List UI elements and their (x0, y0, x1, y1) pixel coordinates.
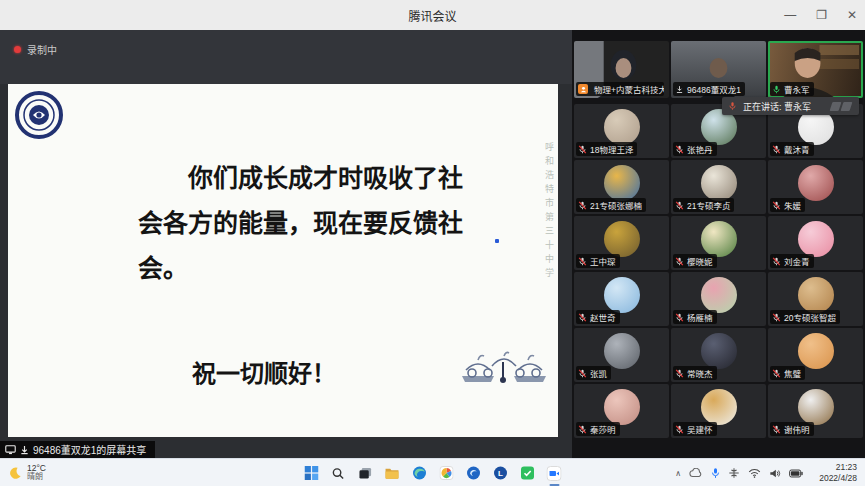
avatar (604, 333, 640, 369)
weather-condition: 晴朗 (27, 473, 46, 482)
file-explorer-icon[interactable] (383, 464, 401, 482)
moon-weather-icon (8, 466, 22, 480)
participant-tile[interactable]: 樱晓妮 (671, 216, 766, 270)
photos-app-icon[interactable] (437, 464, 455, 482)
slide-line-3: 会。 (138, 246, 506, 291)
mic-muted-icon (772, 145, 781, 154)
participant-name: 常晓杰 (687, 367, 713, 379)
mic-muted-icon (772, 313, 781, 322)
clock-time: 21:23 (836, 462, 857, 473)
participant-tile[interactable]: 王中琛 (574, 216, 669, 270)
close-button[interactable]: ✕ (847, 9, 857, 21)
edge-blue-app-icon[interactable] (464, 464, 482, 482)
search-icon[interactable] (329, 464, 347, 482)
share-banner-label: 96486董双龙1的屏幕共享 (33, 442, 146, 457)
slide-line-2: 会各方的能量，现在要反馈社 (138, 201, 506, 246)
participant-name: 20专硕张智超 (784, 311, 836, 323)
participant-tile[interactable]: 21专硕张娜楠 (574, 160, 669, 214)
audio-share-icon (20, 445, 29, 455)
video-row: 物理+内蒙古科技大... 96486董双龙1 (574, 41, 863, 98)
participant-name: 樱晓妮 (687, 255, 713, 267)
participant-tile[interactable]: 杨雁楠 (671, 272, 766, 326)
ime-icon[interactable] (728, 467, 740, 479)
slide-paragraph: 你们成长成才时吸收了社 会各方的能量，现在要反馈社 会。 (138, 156, 506, 291)
tray-expand-chevron[interactable]: ∧ (675, 469, 681, 478)
taskbar-weather-widget[interactable]: 12°C 晴朗 (8, 459, 46, 486)
avatar (701, 333, 737, 369)
video-tile-sharer[interactable]: 96486董双龙1 (671, 41, 766, 98)
maximize-button[interactable]: ❐ (816, 9, 827, 21)
avatar (604, 165, 640, 201)
avatar (604, 277, 640, 313)
avatar (604, 221, 640, 257)
participant-tile[interactable]: 赵世奇 (574, 272, 669, 326)
mic-muted-icon (675, 257, 684, 266)
green-app-icon[interactable] (518, 464, 536, 482)
participant-tile[interactable]: 焦璧 (768, 328, 863, 382)
participant-grid: 18物理王泽 张艳丹 (574, 104, 863, 438)
school-logo (15, 91, 63, 139)
lenovo-app-icon[interactable]: L (491, 464, 509, 482)
mic-muted-icon (675, 369, 684, 378)
recording-dot-icon (14, 46, 21, 53)
participant-tile[interactable]: 刘金青 (768, 216, 863, 270)
recording-indicator: 录制中 (14, 42, 57, 57)
avatar (701, 221, 737, 257)
mic-muted-icon (772, 257, 781, 266)
battery-icon[interactable] (789, 469, 803, 478)
participant-tile[interactable]: 秦莎明 (574, 384, 669, 438)
taskbar-clock[interactable]: 21:23 2022/4/28 (819, 459, 857, 486)
participant-name: 杨雁楠 (687, 311, 713, 323)
participant-tile[interactable]: 吴建怀 (671, 384, 766, 438)
tencent-meeting-app-icon[interactable] (545, 464, 563, 482)
participant-name: 刘金青 (784, 255, 810, 267)
video-tile-host[interactable]: 物理+内蒙古科技大... (574, 41, 669, 98)
participant-tile[interactable]: 18物理王泽 (574, 104, 669, 158)
participant-name: 张艳丹 (687, 143, 713, 155)
mic-muted-icon (675, 145, 684, 154)
participant-tile[interactable]: 常晓杰 (671, 328, 766, 382)
microphone-tray-icon[interactable] (711, 467, 720, 479)
slide-line-1: 你们成长成才时吸收了社 (138, 156, 506, 201)
task-view-icon[interactable] (356, 464, 374, 482)
minimize-button[interactable]: — (784, 9, 796, 21)
participant-name: 赵世奇 (590, 311, 616, 323)
mic-active-icon (772, 85, 781, 94)
wifi-icon[interactable] (748, 468, 761, 478)
mic-muted-icon (578, 257, 587, 266)
participant-name: 秦莎明 (590, 423, 616, 435)
video-tile-speaker[interactable]: 曹永军 (768, 41, 863, 98)
speaker-icon[interactable] (769, 468, 781, 479)
participant-name: 谢伟明 (784, 423, 810, 435)
avatar (701, 277, 737, 313)
participant-name: 曹永军 (784, 83, 810, 95)
meeting-content: 录制中 你们成长成才时吸收了社 会各方的能量，现在要反馈社 会。 祝一切顺好！ (0, 30, 865, 458)
mic-muted-icon (578, 425, 587, 434)
participant-tile[interactable]: 张凯 (574, 328, 669, 382)
speaking-toast: 正在讲话: 曹永军 (722, 97, 859, 115)
mic-muted-icon (578, 145, 587, 154)
participant-tile[interactable]: 21专硕李贞 (671, 160, 766, 214)
mic-muted-icon (772, 425, 781, 434)
mic-muted-icon (675, 425, 684, 434)
cloud-icon[interactable] (689, 468, 703, 478)
screen-share-banner: 96486董双龙1的屏幕共享 (0, 441, 155, 458)
avatar (798, 389, 834, 425)
start-button[interactable] (302, 464, 320, 482)
participant-name: 朱媛 (784, 199, 801, 211)
taskbar-center-icons: L (302, 459, 563, 486)
participant-name: 18物理王泽 (590, 143, 633, 155)
participant-tile[interactable]: 20专硕张智超 (768, 272, 863, 326)
participant-name: 物理+内蒙古科技大... (594, 83, 664, 95)
participant-tile[interactable]: 朱媛 (768, 160, 863, 214)
recording-label: 录制中 (27, 42, 57, 57)
taskbar-system-tray: ∧ (675, 459, 803, 486)
participant-name: 21专硕李贞 (687, 199, 730, 211)
mic-muted-icon (675, 201, 684, 210)
shared-screen-stage: 录制中 你们成长成才时吸收了社 会各方的能量，现在要反馈社 会。 祝一切顺好！ (0, 30, 572, 458)
avatar (701, 165, 737, 201)
mic-muted-icon (578, 369, 587, 378)
edge-browser-icon[interactable] (410, 464, 428, 482)
avatar (798, 221, 834, 257)
participant-tile[interactable]: 谢伟明 (768, 384, 863, 438)
